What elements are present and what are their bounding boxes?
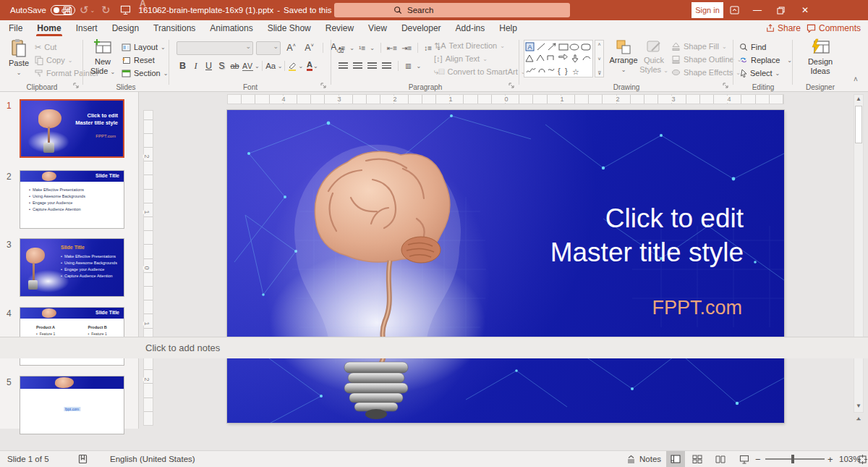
thumbnail-frame[interactable]: Slide Title Make Effective Presentations… xyxy=(20,170,124,229)
slide-sorter-view-button[interactable] xyxy=(688,451,707,467)
language-indicator[interactable]: English (United States) xyxy=(110,451,195,467)
normal-view-button[interactable] xyxy=(666,451,685,467)
slide-indicator[interactable]: Slide 1 of 5 xyxy=(7,451,49,467)
font-dialog-launcher[interactable] xyxy=(320,83,328,90)
scrollbar-thumb[interactable] xyxy=(855,106,862,143)
shrink-font-button[interactable]: A˅ xyxy=(303,43,315,53)
zoom-out-button[interactable]: − xyxy=(755,451,761,467)
thumbnail-frame[interactable]: fppt.com xyxy=(20,376,124,434)
restore-button[interactable] xyxy=(770,0,791,20)
tab-file[interactable]: File xyxy=(1,20,30,36)
text-shadow-button[interactable]: S xyxy=(216,61,228,71)
thumbnail-slide-1[interactable]: 1 Click to edit Master title style FPPT.… xyxy=(0,99,139,161)
paragraph-dialog-launcher[interactable] xyxy=(509,83,516,90)
numbering-button[interactable]: ¹≡ xyxy=(359,44,365,52)
zoom-in-button[interactable]: + xyxy=(827,451,833,467)
quick-styles-button[interactable]: Quick Styles ⌄ xyxy=(639,38,668,75)
bold-button[interactable]: B xyxy=(176,61,189,71)
save-button[interactable] xyxy=(62,0,73,20)
thumbnail-slide-3[interactable]: 3 Slide Title Make Effective Presentatio… xyxy=(0,238,139,300)
tab-help[interactable]: Help xyxy=(492,20,524,36)
ribbon-display-options-button[interactable] xyxy=(723,0,745,20)
vertical-scrollbar[interactable]: ▲ ▼ xyxy=(854,94,864,413)
shapes-gallery[interactable]: A { } ☆ xyxy=(524,40,593,77)
line-spacing-button[interactable]: ↕≡ xyxy=(424,44,432,52)
tab-view[interactable]: View xyxy=(361,20,394,36)
share-button[interactable]: Share xyxy=(766,23,801,33)
thumbnail-slide-2[interactable]: 2 Slide Title Make Effective Presentatio… xyxy=(0,170,139,232)
section-button[interactable]: Section⌄ xyxy=(122,67,168,80)
tab-home[interactable]: Home xyxy=(30,20,68,36)
copy-button[interactable]: Copy⌄ xyxy=(35,54,72,67)
arrange-button[interactable]: Arrange ⌄ xyxy=(609,38,638,75)
select-button[interactable]: Select⌄ xyxy=(739,67,780,80)
convert-smartart-button[interactable]: ⤷▤Convert to SmartArt⌄ xyxy=(434,65,525,78)
fit-slide-button[interactable] xyxy=(858,451,867,467)
tab-developer[interactable]: Developer xyxy=(394,20,448,36)
tab-transitions[interactable]: Transitions xyxy=(146,20,203,36)
scroll-up-icon[interactable]: ▲ xyxy=(856,95,861,104)
tab-add-ins[interactable]: Add-ins xyxy=(448,20,493,36)
clipboard-dialog-launcher[interactable] xyxy=(73,83,80,90)
design-ideas-button[interactable]: Design Ideas xyxy=(804,38,836,76)
previous-slide-button[interactable]: ▲▔ xyxy=(854,416,864,425)
accessibility-check-button[interactable] xyxy=(78,451,88,467)
shape-fill-button[interactable]: Shape Fill⌄ xyxy=(671,40,727,53)
tab-review[interactable]: Review xyxy=(318,20,361,36)
font-size-combo[interactable] xyxy=(256,41,281,55)
shape-outline-button[interactable]: Shape Outline⌄ xyxy=(671,53,741,66)
zoom-level[interactable]: 103% xyxy=(839,451,860,467)
justify-button[interactable] xyxy=(382,62,391,70)
tab-design[interactable]: Design xyxy=(105,20,146,36)
shape-effects-button[interactable]: Shape Effects⌄ xyxy=(671,66,741,79)
decrease-indent-button[interactable]: ⇤≡ xyxy=(387,44,397,52)
comments-button[interactable]: Comments xyxy=(807,23,861,33)
shapes-gallery-scroll[interactable]: ˄˅⊽ xyxy=(595,40,604,77)
replace-button[interactable]: Replace⌄ xyxy=(739,54,792,67)
sign-in-button[interactable]: Sign in xyxy=(692,2,723,18)
vertical-ruler[interactable]: 2 1 0 1 2 xyxy=(143,110,153,426)
reading-view-button[interactable] xyxy=(711,451,730,467)
tab-animations[interactable]: Animations xyxy=(203,20,260,36)
slide-editor[interactable]: Click to edit Master title style FPPT.co… xyxy=(227,110,784,423)
strikethrough-button[interactable]: ab xyxy=(229,62,241,70)
character-spacing-button[interactable]: AV xyxy=(242,62,254,70)
search-box[interactable]: Search xyxy=(334,3,570,17)
scroll-down-icon[interactable]: ▼ xyxy=(856,402,861,411)
align-text-button[interactable]: [↕]Align Text⌄ xyxy=(434,52,488,65)
undo-button[interactable]: ↺⌄ xyxy=(80,0,95,20)
notes-pane[interactable]: Click to add notes xyxy=(139,337,868,358)
thumbnail-slide-5[interactable]: 5 fppt.com xyxy=(0,376,139,437)
collapse-ribbon-button[interactable]: ˄ xyxy=(854,75,858,83)
layout-button[interactable]: Layout⌄ xyxy=(122,41,166,54)
text-direction-button[interactable]: ⇅AText Direction⌄ xyxy=(434,39,505,52)
redo-button[interactable]: ↻ xyxy=(101,0,111,20)
slideshow-view-button[interactable] xyxy=(735,451,754,467)
tab-slide-show[interactable]: Slide Show xyxy=(260,20,318,36)
thumbnail-frame[interactable]: Slide Title Make Effective Presentations… xyxy=(20,238,124,297)
cut-button[interactable]: ✂Cut xyxy=(35,41,56,54)
grow-font-button[interactable]: A˄ xyxy=(285,43,297,53)
zoom-slider-track[interactable] xyxy=(765,458,825,460)
underline-button[interactable]: U xyxy=(203,61,215,71)
highlight-button[interactable] xyxy=(287,62,297,71)
thumbnail-frame[interactable]: Click to edit Master title style FPPT.co… xyxy=(20,99,124,158)
change-case-button[interactable]: Aa xyxy=(265,62,277,70)
find-button[interactable]: Find xyxy=(739,41,766,54)
close-button[interactable]: ✕ xyxy=(794,0,816,20)
reset-button[interactable]: Reset xyxy=(122,54,155,67)
bullets-button[interactable]: •≡ xyxy=(339,44,345,52)
italic-button[interactable]: I xyxy=(190,61,202,72)
minimize-button[interactable]: — xyxy=(746,0,768,20)
align-center-button[interactable] xyxy=(353,62,362,70)
drawing-dialog-launcher[interactable] xyxy=(723,83,730,90)
align-right-button[interactable] xyxy=(367,62,377,70)
align-left-button[interactable] xyxy=(339,62,348,70)
start-slideshow-button[interactable] xyxy=(120,0,131,20)
new-slide-button[interactable]: New Slide ⌄ xyxy=(88,38,117,77)
paste-button[interactable]: Paste ⌄ xyxy=(6,38,32,77)
tab-insert[interactable]: Insert xyxy=(69,20,105,36)
font-color-ribbon-button[interactable]: A xyxy=(307,61,312,71)
increase-indent-button[interactable]: ⇥≡ xyxy=(401,44,412,52)
horizontal-ruler[interactable]: 4 3 2 1 0 1 2 3 4 xyxy=(227,94,784,104)
